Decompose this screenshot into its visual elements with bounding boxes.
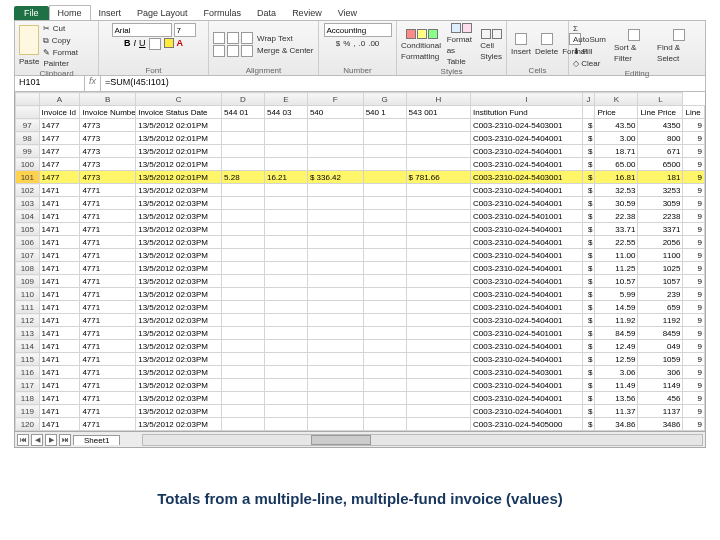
col-header[interactable]: A bbox=[39, 93, 80, 106]
cell[interactable]: 4771 bbox=[80, 353, 136, 366]
cell[interactable]: 4773 bbox=[80, 119, 136, 132]
cell[interactable] bbox=[264, 340, 307, 353]
cell[interactable]: 9 bbox=[683, 301, 705, 314]
cell[interactable]: 13/5/2012 02:03PM bbox=[136, 275, 222, 288]
row-header[interactable]: 115 bbox=[16, 353, 40, 366]
inc-decimal-button[interactable]: .0 bbox=[359, 38, 366, 49]
row-header[interactable]: 99 bbox=[16, 145, 40, 158]
cell[interactable]: 11.49 bbox=[595, 379, 638, 392]
cell[interactable]: C003-2310-024-5403001 bbox=[470, 171, 582, 184]
cell[interactable] bbox=[264, 249, 307, 262]
cell[interactable]: 9 bbox=[683, 132, 705, 145]
cell[interactable]: 9 bbox=[683, 236, 705, 249]
cell[interactable]: C003-2310-024-5404001 bbox=[470, 249, 582, 262]
row-header[interactable]: 102 bbox=[16, 184, 40, 197]
cell[interactable]: 1471 bbox=[39, 340, 80, 353]
cell[interactable]: 22.55 bbox=[595, 236, 638, 249]
cell[interactable]: 11.92 bbox=[595, 314, 638, 327]
cell[interactable]: 1477 bbox=[39, 132, 80, 145]
cell[interactable]: 1471 bbox=[39, 262, 80, 275]
cell[interactable] bbox=[264, 379, 307, 392]
cut-button[interactable]: ✂ Cut bbox=[43, 23, 94, 34]
cell[interactable]: 1471 bbox=[39, 418, 80, 431]
cell[interactable] bbox=[264, 158, 307, 171]
sheet-nav-next[interactable]: ▶ bbox=[45, 434, 57, 446]
cell[interactable] bbox=[406, 314, 470, 327]
table-row[interactable]: 971477477313/5/2012 02:01PMC003-2310-024… bbox=[16, 119, 705, 132]
cell[interactable]: $ bbox=[582, 366, 595, 379]
cell[interactable]: 4773 bbox=[80, 145, 136, 158]
cell[interactable]: 13/5/2012 02:03PM bbox=[136, 236, 222, 249]
align-right-icon[interactable] bbox=[241, 45, 253, 57]
cell[interactable]: 1477 bbox=[39, 158, 80, 171]
table-row[interactable]: 1031471477113/5/2012 02:03PMC003-2310-02… bbox=[16, 197, 705, 210]
cell[interactable]: 4350 bbox=[638, 119, 683, 132]
align-left-icon[interactable] bbox=[213, 45, 225, 57]
cell[interactable]: 239 bbox=[638, 288, 683, 301]
cell[interactable] bbox=[363, 223, 406, 236]
cell[interactable]: 14.59 bbox=[595, 301, 638, 314]
cell[interactable] bbox=[222, 223, 265, 236]
cell[interactable]: 1477 bbox=[39, 145, 80, 158]
tab-home[interactable]: Home bbox=[49, 5, 91, 20]
cell[interactable]: $ bbox=[582, 145, 595, 158]
cell[interactable] bbox=[406, 197, 470, 210]
cell[interactable]: C003-2310-024-5404001 bbox=[470, 392, 582, 405]
cell[interactable]: $ bbox=[582, 301, 595, 314]
cell[interactable] bbox=[307, 158, 363, 171]
cell[interactable] bbox=[363, 236, 406, 249]
cell[interactable]: 13.56 bbox=[595, 392, 638, 405]
cell[interactable]: 4771 bbox=[80, 301, 136, 314]
cell[interactable]: 13/5/2012 02:03PM bbox=[136, 392, 222, 405]
cell[interactable] bbox=[264, 262, 307, 275]
cell[interactable]: 4771 bbox=[80, 262, 136, 275]
cell[interactable]: C003-2310-024-5404001 bbox=[470, 314, 582, 327]
cell[interactable]: $ bbox=[582, 223, 595, 236]
cell[interactable]: 1471 bbox=[39, 327, 80, 340]
cell[interactable]: 4771 bbox=[80, 314, 136, 327]
cell[interactable]: 1471 bbox=[39, 249, 80, 262]
cell[interactable]: 4773 bbox=[80, 132, 136, 145]
cell[interactable]: 9 bbox=[683, 392, 705, 405]
cell[interactable] bbox=[307, 405, 363, 418]
cell[interactable]: 4771 bbox=[80, 418, 136, 431]
cell[interactable] bbox=[222, 327, 265, 340]
col-header[interactable]: D bbox=[222, 93, 265, 106]
dec-decimal-button[interactable]: .00 bbox=[368, 38, 379, 49]
cell[interactable]: 4771 bbox=[80, 223, 136, 236]
cell[interactable]: 659 bbox=[638, 301, 683, 314]
cell[interactable]: 34.86 bbox=[595, 418, 638, 431]
cell[interactable]: C003-2310-024-5404001 bbox=[470, 158, 582, 171]
cell[interactable]: $ bbox=[582, 119, 595, 132]
cell[interactable] bbox=[264, 275, 307, 288]
cell[interactable]: $ bbox=[582, 249, 595, 262]
cell[interactable]: $ bbox=[582, 132, 595, 145]
cell[interactable] bbox=[222, 366, 265, 379]
cell[interactable]: 12.59 bbox=[595, 353, 638, 366]
cell[interactable] bbox=[222, 119, 265, 132]
cell[interactable] bbox=[264, 353, 307, 366]
cell[interactable] bbox=[307, 392, 363, 405]
cell[interactable]: C003-2310-024-5404001 bbox=[470, 262, 582, 275]
cell[interactable] bbox=[406, 223, 470, 236]
paste-button[interactable] bbox=[19, 25, 39, 55]
cell[interactable]: 5.28 bbox=[222, 171, 265, 184]
cell[interactable]: $ bbox=[582, 171, 595, 184]
cell[interactable] bbox=[222, 288, 265, 301]
cell[interactable] bbox=[222, 275, 265, 288]
cell[interactable] bbox=[406, 366, 470, 379]
cell[interactable] bbox=[222, 236, 265, 249]
cell[interactable] bbox=[363, 275, 406, 288]
cell[interactable]: 13/5/2012 02:03PM bbox=[136, 288, 222, 301]
cell[interactable]: 1025 bbox=[638, 262, 683, 275]
field-header[interactable]: 544 03 bbox=[264, 106, 307, 119]
cell[interactable]: 1059 bbox=[638, 353, 683, 366]
sheet-tab[interactable]: Sheet1 bbox=[73, 435, 120, 445]
cell[interactable]: C003-2310-024-5404001 bbox=[470, 236, 582, 249]
cell[interactable] bbox=[406, 288, 470, 301]
tab-pagelayout[interactable]: Page Layout bbox=[129, 6, 196, 20]
cell[interactable]: 10.57 bbox=[595, 275, 638, 288]
cell[interactable] bbox=[222, 197, 265, 210]
cell[interactable]: $ bbox=[582, 418, 595, 431]
col-header[interactable]: H bbox=[406, 93, 470, 106]
